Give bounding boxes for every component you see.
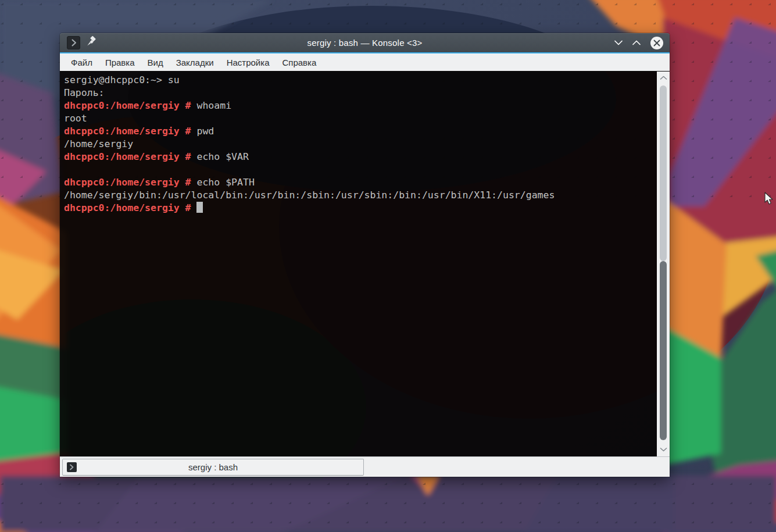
pin-icon[interactable] — [86, 36, 96, 49]
terminal-line: dhcppc0:/home/sergiy # — [64, 202, 657, 215]
title-bar[interactable]: sergiy : bash — Konsole <3> — [60, 33, 670, 52]
minimize-button[interactable] — [614, 40, 623, 45]
mouse-cursor — [764, 192, 774, 205]
menu-item-3[interactable]: Закладки — [170, 55, 220, 70]
terminal-line: /home/sergiy — [64, 138, 657, 151]
tab-sergiy-bash[interactable]: sergiy : bash — [62, 459, 364, 476]
menu-item-0[interactable]: Файл — [65, 55, 99, 70]
shell-prompt: dhcppc0:/home/sergiy # — [64, 100, 191, 111]
terminal-text: sergiy@dhcppc0:~> su — [64, 74, 180, 85]
terminal-text: echo $PATH — [191, 177, 255, 188]
menu-item-1[interactable]: Правка — [99, 55, 141, 70]
window-title: sergiy : bash — Konsole <3> — [60, 38, 670, 48]
terminal-text: whoami — [191, 100, 232, 111]
terminal-line: dhcppc0:/home/sergiy # echo $PATH — [64, 176, 657, 189]
menu-item-5[interactable]: Справка — [276, 55, 323, 70]
terminal-text: /home/sergiy — [64, 138, 133, 149]
terminal-text: pwd — [191, 126, 214, 137]
terminal-text: echo $VAR — [191, 151, 249, 162]
tab-terminal-icon — [67, 462, 77, 472]
scrollbar[interactable] — [657, 72, 670, 456]
terminal-line: root — [64, 112, 657, 125]
terminal-text — [191, 202, 197, 213]
maximize-button[interactable] — [632, 40, 641, 45]
terminal-line: dhcppc0:/home/sergiy # whoami — [64, 99, 657, 112]
menu-item-2[interactable]: Вид — [141, 55, 170, 70]
shell-prompt: dhcppc0:/home/sergiy # — [64, 126, 191, 137]
terminal-line: /home/sergiy/bin:/usr/local/bin:/usr/bin… — [64, 189, 657, 202]
terminal-line: Пароль: — [64, 87, 657, 99]
konsole-window: sergiy : bash — Konsole <3> ФайлПравкаВи… — [60, 33, 670, 477]
terminal-text: Пароль: — [64, 87, 105, 98]
terminal-cursor — [196, 202, 203, 213]
scroll-up-arrow-icon[interactable] — [657, 76, 670, 80]
terminal-line: dhcppc0:/home/sergiy # echo $VAR — [64, 151, 657, 163]
konsole-app-icon — [67, 36, 80, 49]
menu-item-4[interactable]: Настройка — [220, 55, 276, 70]
terminal-line — [64, 163, 657, 176]
terminal-screen[interactable]: sergiy@dhcppc0:~> suПароль:dhcppc0:/home… — [60, 72, 657, 456]
shell-prompt: dhcppc0:/home/sergiy # — [64, 202, 191, 213]
scrollbar-thumb[interactable] — [660, 261, 667, 440]
scroll-down-arrow-icon[interactable] — [657, 447, 670, 452]
shell-prompt: dhcppc0:/home/sergiy # — [64, 151, 191, 162]
close-x-icon — [653, 40, 660, 47]
terminal-text: /home/sergiy/bin:/usr/local/bin:/usr/bin… — [64, 190, 555, 201]
tab-bar: sergiy : bash — [60, 456, 670, 477]
close-button[interactable] — [650, 37, 663, 49]
terminal-line: dhcppc0:/home/sergiy # pwd — [64, 125, 657, 138]
tab-label: sergiy : bash — [188, 462, 238, 472]
terminal-line: sergiy@dhcppc0:~> su — [64, 74, 657, 87]
scrollbar-track-upper[interactable] — [660, 85, 667, 261]
shell-prompt: dhcppc0:/home/sergiy # — [64, 177, 191, 188]
terminal-text: root — [64, 113, 87, 124]
menu-bar: ФайлПравкаВидЗакладкиНастройкаСправка — [60, 53, 670, 72]
